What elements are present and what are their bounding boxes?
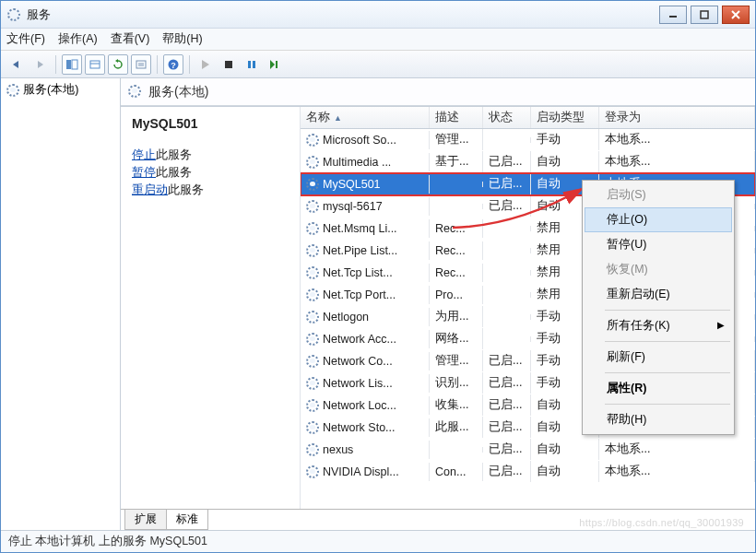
table-row[interactable]: Microsoft So...管理...手动本地系...	[301, 129, 755, 151]
export-list-button[interactable]	[85, 54, 105, 75]
tree-node-local-services[interactable]: 服务(本地)	[6, 82, 114, 98]
gear-icon	[306, 134, 319, 147]
tree-pane: 服务(本地)	[1, 78, 121, 530]
menu-bar: 文件(F) 操作(A) 查看(V) 帮助(H)	[1, 29, 755, 51]
gear-icon	[306, 465, 319, 478]
ctx-resume: 恢复(M)	[585, 257, 732, 282]
ctx-restart[interactable]: 重新启动(E)	[585, 282, 732, 307]
ctx-all-tasks[interactable]: 所有任务(K)▶	[585, 313, 732, 338]
close-button[interactable]	[722, 6, 750, 24]
col-status[interactable]: 状态	[483, 107, 531, 128]
ctx-properties[interactable]: 属性(R)	[585, 376, 732, 401]
menu-view[interactable]: 查看(V)	[111, 31, 150, 47]
app-icon	[6, 7, 21, 22]
maximize-button[interactable]	[691, 6, 718, 24]
stop-link[interactable]: 停止	[132, 148, 156, 161]
ctx-help[interactable]: 帮助(H)	[585, 407, 732, 432]
gear-icon	[306, 421, 319, 434]
refresh-button[interactable]	[108, 54, 128, 75]
gear-icon	[306, 266, 319, 279]
gear-icon	[306, 355, 319, 368]
table-row[interactable]: Multimedia ...基于...已启...自动本地系...	[301, 151, 755, 173]
svg-rect-6	[90, 61, 100, 68]
pause-link[interactable]: 暂停	[132, 166, 156, 179]
menu-file[interactable]: 文件(F)	[6, 31, 45, 47]
help-button[interactable]: ?	[163, 54, 183, 75]
gear-icon	[306, 399, 319, 412]
minimize-button[interactable]	[659, 6, 687, 24]
submenu-arrow-icon: ▶	[717, 320, 725, 330]
svg-rect-15	[253, 61, 255, 68]
col-desc[interactable]: 描述	[430, 107, 483, 128]
svg-rect-4	[66, 60, 71, 69]
svg-rect-16	[276, 61, 278, 68]
svg-rect-14	[248, 61, 251, 68]
window-title: 服务	[27, 6, 51, 23]
gear-icon	[306, 377, 319, 390]
col-logon[interactable]: 登录为	[599, 107, 755, 128]
gear-icon	[306, 200, 319, 213]
ctx-refresh[interactable]: 刷新(F)	[585, 345, 732, 370]
col-startup[interactable]: 启动类型	[531, 107, 599, 128]
detail-pane: MySQL501 停止此服务 暂停此服务 重启动此服务	[121, 107, 301, 510]
tab-extended[interactable]: 扩展	[124, 510, 167, 530]
svg-text:?: ?	[171, 61, 176, 70]
svg-rect-5	[72, 60, 77, 69]
tab-standard[interactable]: 标准	[166, 510, 208, 530]
svg-rect-8	[136, 61, 146, 68]
gear-icon	[306, 333, 319, 346]
table-row[interactable]: nexus已启...自动本地系...	[301, 439, 755, 461]
col-name[interactable]: 名称▲	[301, 107, 430, 128]
start-service-button[interactable]	[195, 54, 216, 75]
selected-service-name: MySQL501	[132, 116, 289, 131]
gear-icon	[306, 178, 319, 191]
pane-header: 服务(本地)	[121, 78, 755, 106]
gear-icon	[306, 443, 319, 456]
ctx-start: 启动(S)	[585, 182, 732, 207]
restart-link[interactable]: 重启动	[132, 183, 168, 196]
forward-button[interactable]	[30, 54, 50, 75]
svg-rect-13	[225, 61, 232, 68]
ctx-pause[interactable]: 暂停(U)	[585, 232, 732, 257]
gear-icon	[306, 311, 319, 324]
toolbar: ?	[1, 51, 755, 78]
gear-icon	[306, 222, 319, 235]
ctx-stop[interactable]: 停止(O)	[585, 207, 732, 232]
gear-icon	[306, 288, 319, 301]
tree-node-label: 服务(本地)	[23, 82, 78, 98]
status-bar: 停止 本地计算机 上的服务 MySQL501	[1, 530, 755, 552]
restart-service-button[interactable]	[265, 54, 285, 75]
sort-asc-icon: ▲	[334, 113, 342, 123]
menu-action[interactable]: 操作(A)	[58, 31, 98, 47]
details-pane-button[interactable]	[62, 54, 82, 75]
menu-help[interactable]: 帮助(H)	[162, 31, 202, 47]
table-row[interactable]: NVIDIA Displ...Con...已启...自动本地系...	[301, 461, 755, 483]
title-bar: 服务	[1, 1, 755, 29]
back-button[interactable]	[6, 54, 27, 75]
gear-icon	[306, 244, 319, 257]
view-tabs: 扩展 标准	[121, 510, 207, 530]
stop-service-button[interactable]	[219, 54, 239, 75]
svg-rect-1	[701, 11, 708, 18]
context-menu: 启动(S) 停止(O) 暂停(U) 恢复(M) 重新启动(E) 所有任务(K)▶…	[582, 180, 735, 435]
column-headers: 名称▲ 描述 状态 启动类型 登录为	[301, 107, 755, 129]
properties-button[interactable]	[131, 54, 151, 75]
gear-icon	[306, 156, 319, 169]
pause-service-button[interactable]	[242, 54, 262, 75]
